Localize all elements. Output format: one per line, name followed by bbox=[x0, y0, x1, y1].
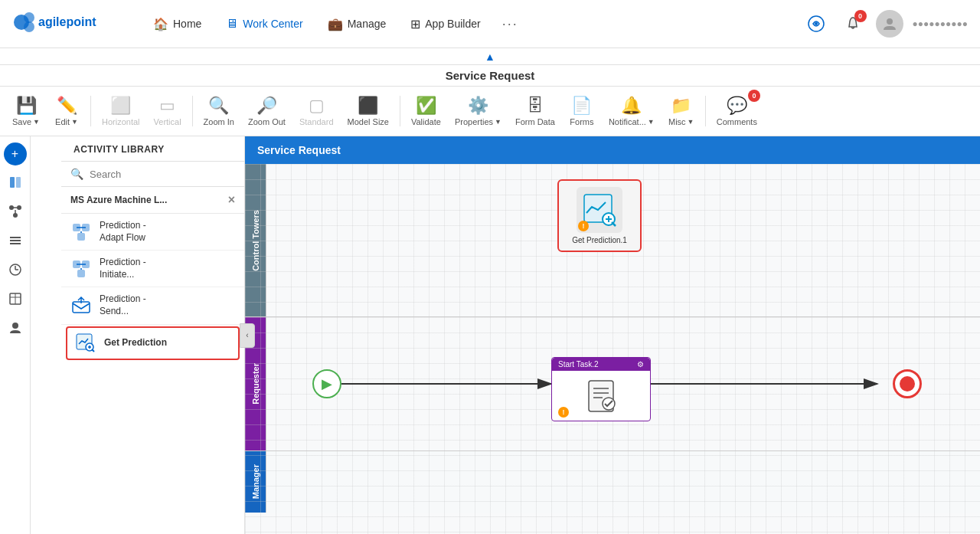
toolbar-divider-1 bbox=[90, 96, 91, 126]
toolbar-comments[interactable]: 💬 Comments 0 bbox=[710, 93, 763, 129]
users-icon bbox=[8, 321, 22, 335]
toolbar-divider-3 bbox=[400, 96, 400, 126]
ai-icon-button[interactable] bbox=[802, 10, 830, 38]
search-input[interactable] bbox=[90, 169, 235, 180]
nav-work-center[interactable]: 🖥 Work Center bbox=[215, 11, 313, 37]
properties-icon: ⚙️ bbox=[468, 96, 488, 116]
notification-badge: 0 bbox=[854, 10, 867, 22]
horizontal-label: Horizontal bbox=[102, 117, 140, 126]
top-navigation: agilepoint 🏠 Home 🖥 Work Center 💼 Manage… bbox=[0, 0, 980, 48]
start-circle: ▶ bbox=[312, 369, 341, 398]
toolbar-form-data[interactable]: 🗄 Form Data bbox=[509, 93, 561, 129]
nav-app-builder[interactable]: ⊞ App Builder bbox=[400, 11, 491, 38]
canvas-header: Service Request bbox=[245, 136, 980, 164]
canvas-title: Service Request bbox=[257, 144, 341, 156]
toolbar-validate[interactable]: ✅ Validate bbox=[405, 93, 447, 129]
notifications-label: Notificat... ▼ bbox=[609, 117, 655, 126]
main-area: + bbox=[0, 136, 980, 534]
toolbar-standard: ▢ Standard bbox=[293, 93, 340, 129]
svg-point-23 bbox=[12, 323, 18, 329]
svg-point-6 bbox=[887, 18, 893, 25]
lib-items-list: Prediction - Adapt Flow Prediction - Ini bbox=[61, 214, 244, 534]
service-title-bar: Service Request bbox=[0, 65, 980, 87]
prediction-adapt-label: Prediction - Adapt Flow bbox=[100, 220, 146, 244]
category-name: MS Azure Machine L... bbox=[70, 195, 167, 205]
logo[interactable]: agilepoint bbox=[12, 8, 112, 39]
svg-rect-14 bbox=[10, 237, 21, 238]
toolbar-save[interactable]: 💾 Save ▼ bbox=[6, 93, 46, 129]
toolbar: 💾 Save ▼ ✏️ Edit ▼ ⬜ Horizontal ▭ Vertic… bbox=[0, 87, 980, 136]
sidebar-collapse-toggle[interactable]: ‹ bbox=[240, 323, 255, 348]
sidebar-icon-rail: + bbox=[0, 136, 31, 534]
toolbar-edit[interactable]: ✏️ Edit ▼ bbox=[47, 93, 86, 129]
start-task-settings-icon[interactable]: ⚙ bbox=[637, 360, 644, 369]
user-avatar[interactable] bbox=[876, 10, 903, 38]
collapse-bar[interactable]: ▲ bbox=[0, 48, 980, 65]
ai-svg-icon bbox=[807, 15, 825, 33]
forms-label: Forms bbox=[570, 117, 593, 126]
nav-more-button[interactable]: ··· bbox=[495, 10, 526, 38]
toolbar-model-size[interactable]: ⬛ Model Size bbox=[341, 93, 395, 129]
flow-icon-button[interactable] bbox=[3, 199, 28, 224]
toolbar-forms[interactable]: 📄 Forms bbox=[563, 93, 601, 129]
get-prediction-node[interactable]: ! Get Prediction.1 bbox=[557, 179, 642, 252]
warning-badge-get-prediction: ! bbox=[578, 221, 589, 231]
end-inner bbox=[900, 376, 915, 391]
clock-icon-button[interactable] bbox=[3, 257, 28, 282]
svg-line-42 bbox=[612, 222, 616, 226]
requester-content[interactable]: ▶ bbox=[266, 317, 980, 450]
app-builder-label: App Builder bbox=[425, 18, 480, 30]
list-item[interactable]: Prediction - Send... bbox=[61, 287, 244, 324]
lib-category: MS Azure Machine L... × bbox=[61, 187, 244, 214]
start-node[interactable]: ▶ bbox=[312, 369, 341, 398]
users-icon-button[interactable] bbox=[3, 316, 28, 340]
nav-home[interactable]: 🏠 Home bbox=[142, 11, 212, 38]
edit-label: Edit ▼ bbox=[55, 117, 78, 126]
toolbar-notifications[interactable]: 🔔 Notificat... ▼ bbox=[603, 93, 661, 129]
canvas-body[interactable]: Control Towers bbox=[245, 164, 980, 534]
get-prediction-node-label: Get Prediction.1 bbox=[572, 236, 627, 244]
validate-label: Validate bbox=[411, 117, 441, 126]
briefcase-icon: 💼 bbox=[328, 17, 343, 31]
zoom-in-icon: 🔍 bbox=[208, 96, 229, 116]
grid-icon: ⊞ bbox=[410, 17, 420, 31]
svg-rect-31 bbox=[77, 270, 85, 277]
zoom-out-label: Zoom Out bbox=[248, 117, 286, 126]
list-item[interactable]: Get Prediction bbox=[66, 326, 240, 360]
table-icon-button[interactable] bbox=[3, 287, 28, 311]
notification-button[interactable]: 0 bbox=[839, 10, 867, 38]
list-icon-button[interactable] bbox=[3, 228, 28, 253]
list-item[interactable]: Prediction - Initiate... bbox=[61, 251, 244, 287]
get-prediction-label: Get Prediction bbox=[104, 337, 167, 349]
list-item[interactable]: Prediction - Adapt Flow bbox=[61, 214, 244, 251]
category-close-button[interactable]: × bbox=[228, 193, 235, 207]
end-circle bbox=[893, 369, 922, 398]
service-request-title: Service Request bbox=[446, 69, 535, 82]
misc-label: Misc ▼ bbox=[668, 117, 694, 126]
warning-badge-start-task: ! bbox=[558, 407, 569, 418]
activity-library-title: ACTIVITY LIBRARY bbox=[74, 144, 165, 155]
toolbar-zoom-in[interactable]: 🔍 Zoom In bbox=[198, 93, 240, 129]
toolbar-zoom-out[interactable]: 🔎 Zoom Out bbox=[242, 93, 292, 129]
notifications-icon: 🔔 bbox=[621, 96, 642, 116]
toolbar-misc[interactable]: 📁 Misc ▼ bbox=[662, 93, 701, 129]
nav-manage[interactable]: 💼 Manage bbox=[317, 11, 397, 38]
add-button[interactable]: + bbox=[4, 143, 27, 165]
end-node[interactable] bbox=[893, 369, 922, 398]
vertical-icon: ▭ bbox=[159, 96, 175, 116]
library-icon-button[interactable] bbox=[3, 170, 28, 195]
svg-rect-15 bbox=[10, 240, 21, 241]
list-icon bbox=[8, 234, 22, 247]
toolbar-properties[interactable]: ⚙️ Properties ▼ bbox=[449, 93, 508, 129]
start-task-label: Start Task.2 bbox=[558, 360, 599, 369]
svg-rect-34 bbox=[73, 302, 90, 313]
start-task-node[interactable]: Start Task.2 ⚙ bbox=[551, 357, 651, 421]
get-prediction-node-icon-area: ! bbox=[577, 187, 622, 233]
toolbar-vertical: ▭ Vertical bbox=[148, 93, 188, 129]
control-towers-content[interactable]: ! Get Prediction.1 bbox=[266, 164, 980, 316]
user-name-text: ●●●●●●●●●● bbox=[913, 18, 968, 29]
activity-library-header: ACTIVITY LIBRARY bbox=[61, 136, 244, 162]
search-icon: 🔍 bbox=[70, 168, 83, 180]
manager-label: Manager bbox=[248, 461, 263, 502]
comments-label: Comments bbox=[717, 117, 757, 126]
